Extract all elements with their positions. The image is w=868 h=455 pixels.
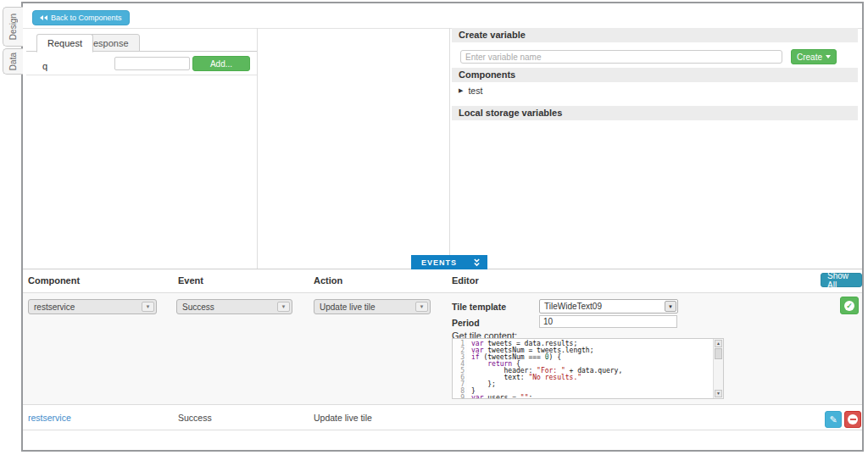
show-all-label: Show All	[827, 271, 855, 290]
code-gutter: 123456789	[453, 339, 467, 398]
param-name-label: q	[42, 61, 47, 71]
select-arrow-icon[interactable]: ▼	[415, 302, 428, 312]
caret-down-icon	[826, 55, 831, 58]
period-input[interactable]	[539, 315, 677, 328]
tab-request-label: Request	[47, 38, 82, 48]
saved-event-component-link[interactable]: restservice	[28, 413, 71, 423]
variable-name-input[interactable]	[460, 50, 782, 64]
create-button[interactable]: Create	[791, 49, 837, 64]
add-button[interactable]: Add...	[192, 56, 250, 71]
create-variable-header: Create variable	[452, 28, 858, 42]
select-arrow-icon[interactable]: ▼	[142, 302, 154, 312]
component-select[interactable]: restservice ▼	[28, 299, 157, 314]
event-select-value: Success	[182, 302, 214, 312]
local-storage-header-label: Local storage variables	[459, 108, 562, 118]
add-button-label: Add...	[210, 59, 232, 69]
saved-event-action: Update live tile	[314, 413, 372, 423]
local-storage-header: Local storage variables	[452, 106, 858, 120]
panel-divider-right	[449, 28, 450, 269]
edit-event-button[interactable]: ✎	[825, 411, 842, 428]
code-editor[interactable]: 123456789 var tweets = data.results;var …	[452, 338, 724, 399]
action-select-value: Update live tile	[320, 302, 376, 312]
param-value-input[interactable]	[114, 57, 190, 70]
tree-expand-icon[interactable]: ▶	[459, 87, 463, 94]
saved-row-top-divider	[23, 404, 862, 405]
request-response-tabbar: Request Response	[26, 34, 257, 52]
component-tree-item[interactable]: ▶ test	[459, 86, 482, 96]
create-button-label: Create	[797, 53, 822, 62]
period-label: Period	[452, 318, 480, 328]
check-circle-icon: ✓	[844, 301, 854, 311]
sidebar-tab-data[interactable]: Data	[3, 48, 23, 75]
pencil-icon: ✎	[829, 414, 837, 425]
saved-row-bottom-divider	[23, 430, 862, 430]
component-select-value: restservice	[34, 302, 75, 312]
back-to-components-label: Back to Components	[51, 14, 122, 22]
action-select[interactable]: Update live tile ▼	[314, 299, 431, 314]
create-variable-header-label: Create variable	[459, 30, 526, 40]
main-frame: Back to Components Request Response q Ad…	[21, 2, 864, 452]
back-to-components-button[interactable]: Back to Components	[32, 10, 130, 25]
rewind-icon	[40, 15, 47, 20]
tile-template-label: Tile template	[452, 302, 506, 312]
scroll-up-icon[interactable]: ▲	[715, 340, 722, 347]
scrollbar-thumb[interactable]	[715, 348, 722, 359]
column-header-editor: Editor	[452, 275, 479, 286]
tile-template-value: TileWideText09	[544, 302, 602, 311]
sidebar-tab-data-label: Data	[8, 53, 18, 70]
column-header-event: Event	[178, 275, 203, 286]
double-chevron-down-icon	[473, 258, 481, 267]
show-all-button[interactable]: Show All	[821, 273, 862, 287]
remove-event-button[interactable]	[844, 411, 861, 428]
confirm-event-button[interactable]: ✓	[840, 297, 859, 314]
saved-event-event: Success	[178, 413, 212, 423]
param-row-divider	[26, 75, 257, 75]
sidebar-tab-design[interactable]: Design	[3, 7, 23, 47]
select-arrow-icon[interactable]: ▼	[665, 301, 676, 312]
events-toggle-bar[interactable]: EVENTS	[411, 255, 487, 269]
components-header-label: Components	[459, 69, 515, 80]
minus-circle-icon	[848, 414, 858, 424]
column-header-action: Action	[314, 275, 342, 286]
column-header-component: Component	[28, 275, 80, 286]
event-select[interactable]: Success ▼	[176, 299, 292, 314]
code-lines[interactable]: var tweets = data.results;var tweetsNum …	[467, 339, 713, 398]
component-tree-label: test	[468, 86, 482, 96]
tile-template-select[interactable]: TileWideText09 ▼	[539, 299, 678, 314]
tab-request[interactable]: Request	[36, 34, 93, 53]
sidebar-tab-design-label: Design	[8, 14, 18, 40]
events-bar-label: EVENTS	[421, 258, 457, 267]
panel-divider-left	[257, 28, 258, 269]
components-header: Components	[452, 68, 858, 82]
select-arrow-icon[interactable]: ▼	[277, 302, 290, 312]
code-scrollbar[interactable]: ▲ ▼	[713, 339, 723, 398]
scroll-down-icon[interactable]: ▼	[715, 390, 722, 397]
